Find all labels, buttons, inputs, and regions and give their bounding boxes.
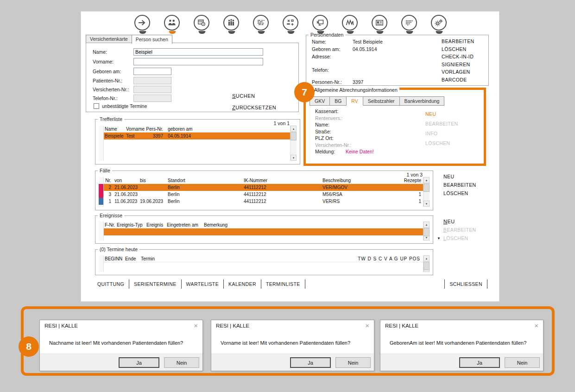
nein-button[interactable]: Nein [335, 357, 371, 368]
unbestaetigte-termine-checkbox[interactable]: unbestätigte Termine [94, 103, 147, 109]
data-grid-icon[interactable] [401, 15, 418, 34]
scroll-thumb[interactable] [291, 132, 297, 140]
login-arrow-icon[interactable] [134, 15, 151, 34]
warteliste-button[interactable]: WARTELISTE [182, 279, 224, 289]
personendaten-buttons: BEARBEITEN LÖSCHEN CHECK-IN-ID SIGNIEREN… [442, 38, 474, 82]
scroll-down-icon[interactable]: ▼ [423, 201, 430, 207]
tab-selbstzahler[interactable]: Selbstzahler [363, 96, 400, 106]
id-card-icon[interactable] [372, 15, 388, 34]
faelle-row[interactable]: 2 21.06.2023 Berlin 441112212 VER/MGOV [104, 184, 423, 191]
faelle-neu-button[interactable]: NEU [443, 174, 476, 179]
col-termin: Termin [140, 256, 357, 261]
faelle-scrollbar[interactable]: ▲ ▼ [423, 177, 430, 207]
cell-nr: 1 [104, 199, 112, 204]
suchen-button[interactable]: SUCHEN [232, 93, 255, 99]
ereignisse-row[interactable] [104, 228, 423, 235]
pd-name-value: Test Beispiele [353, 39, 383, 44]
ereignisse-neu-button[interactable]: NEU [443, 219, 455, 224]
tab-bg[interactable]: BG [329, 96, 347, 106]
settings-gears-icon[interactable] [431, 15, 448, 34]
schliessen-button[interactable]: SCHLIESSEN [444, 279, 487, 289]
rentenvers-label: Rentenvers.: [315, 115, 343, 121]
ereignisse-scrollbar[interactable]: ▲ ▼ [423, 221, 430, 240]
scroll-track [423, 261, 430, 266]
modules-icon[interactable] [283, 15, 299, 34]
kalender-button[interactable]: KALENDER [224, 279, 261, 289]
trefferliste-scrollbar[interactable]: ▲ ▼ [290, 126, 297, 161]
col-von: von [112, 178, 139, 183]
vorname-field[interactable] [133, 58, 263, 65]
scroll-track [291, 132, 297, 155]
calendar-clock-icon[interactable] [194, 15, 210, 34]
faelle-bearbeiten-button[interactable]: BEARBEITEN [443, 182, 476, 188]
communication-icon[interactable] [312, 15, 329, 34]
scroll-up-icon[interactable]: ▲ [423, 255, 430, 261]
cell-geboren-am: 04.05.1914 [164, 133, 200, 139]
ereignisse-header: F-Nr. Ereignis-Typ Ereignis Eingetreten … [104, 221, 423, 228]
scroll-thumb[interactable] [423, 262, 430, 270]
faelle-row[interactable]: 3 21.06.2023 Berlin 441112212 M56/RSA 1 [104, 191, 423, 198]
abr-info-button: INFO [425, 131, 458, 136]
geboren-am-field[interactable] [133, 68, 171, 75]
trefferliste-row[interactable]: Beispiele Test 3397 04.05.1914 [104, 133, 290, 139]
cell-name: Beispiele [104, 133, 125, 139]
termine-header: BEGINN Ende Termin TW D S C V A G UP POS [104, 255, 423, 262]
abrechnung-panel: Allgemeine Abrechnungsinformationen GKV … [306, 90, 484, 164]
ja-button[interactable]: Ja [119, 357, 159, 368]
vorlagen-button[interactable]: VORLAGEN [442, 69, 474, 75]
cell-ik-nummer: 441112212 [243, 185, 322, 190]
name-field[interactable] [133, 48, 263, 56]
tab-rv[interactable]: RV [346, 96, 363, 106]
pd-adresse-label: Adresse: [312, 54, 331, 59]
row-marker [99, 184, 103, 191]
nein-button[interactable]: Nein [164, 357, 199, 368]
geboren-am-label: Geboren am: [93, 69, 121, 74]
zuruecksetzen-button[interactable]: ZURÜCKSETZEN [232, 105, 276, 110]
scroll-thumb[interactable] [423, 228, 430, 236]
faelle-loeschen-button[interactable]: LÖSCHEN [443, 190, 476, 196]
scroll-up-icon[interactable]: ▲ [423, 221, 430, 228]
serientermine-button[interactable]: SERIENTERMINE [129, 279, 182, 289]
faelle-title: Fälle [98, 168, 112, 173]
cell-von: 11.06.2023 [112, 199, 139, 204]
col-beschreibung: Beschreibung [322, 178, 399, 183]
loeschen-button[interactable]: LÖSCHEN [442, 46, 474, 52]
signieren-button[interactable]: SIGNIEREN [442, 62, 474, 67]
scroll-up-icon[interactable]: ▲ [291, 126, 297, 132]
termine-scrollbar[interactable]: ▲ ▼ [423, 255, 430, 272]
faelle-panel: Fälle 1 von 3 Nr. von bis Standort [95, 168, 433, 210]
faelle-row[interactable]: 1 11.06.2023 19.06.2023 Berlin 441112212… [104, 198, 423, 205]
close-icon[interactable]: × [365, 322, 369, 329]
barcode-button[interactable]: BARCODE [442, 77, 474, 82]
dialog-message: Vorname ist leer! Mit vorhandenen Patien… [221, 340, 369, 346]
statistics-icon[interactable] [223, 15, 240, 34]
cell-rezepte: 1 [399, 199, 423, 204]
vitals-wave-icon[interactable] [342, 15, 359, 34]
tab-person-suchen[interactable]: Person suchen [132, 35, 172, 44]
col-flags: TW D S C V A G UP POS [357, 256, 423, 261]
documents-icon[interactable] [253, 15, 270, 34]
scroll-down-icon[interactable]: ▼ [291, 155, 297, 161]
ja-button[interactable]: Ja [290, 357, 331, 368]
row-marker [99, 198, 103, 205]
nein-button[interactable]: Nein [505, 357, 540, 368]
cell-vorname: Test [125, 133, 145, 139]
bearbeiten-button[interactable]: BEARBEITEN [442, 38, 474, 44]
tab-bankverbindung[interactable]: Bankverbindung [399, 96, 445, 106]
patient-search-icon[interactable] [164, 15, 181, 34]
quittung-button[interactable]: QUITTUNG [93, 279, 129, 289]
terminliste-button[interactable]: TERMINLISTE [261, 279, 305, 289]
abr-neu-button[interactable]: NEU [425, 111, 458, 117]
scroll-thumb[interactable] [423, 183, 430, 192]
checkbox-box[interactable] [94, 103, 99, 109]
col-ereignis-typ: Ereignis-Typ [116, 222, 145, 228]
check-in-id-button[interactable]: CHECK-IN-ID [442, 54, 474, 59]
ja-button[interactable]: Ja [459, 357, 500, 368]
close-icon[interactable]: × [194, 322, 198, 329]
abrechnung-buttons: NEU BEARBEITEN INFO LÖSCHEN [425, 111, 458, 146]
vorname-label: Vorname: [93, 59, 114, 64]
close-icon[interactable]: × [534, 322, 538, 329]
dropdown-icon[interactable]: ▼ [437, 236, 441, 240]
scroll-up-icon[interactable]: ▲ [423, 177, 430, 183]
bottom-button-bar: QUITTUNG SERIENTERMINE WARTELISTE KALEND… [93, 279, 487, 289]
